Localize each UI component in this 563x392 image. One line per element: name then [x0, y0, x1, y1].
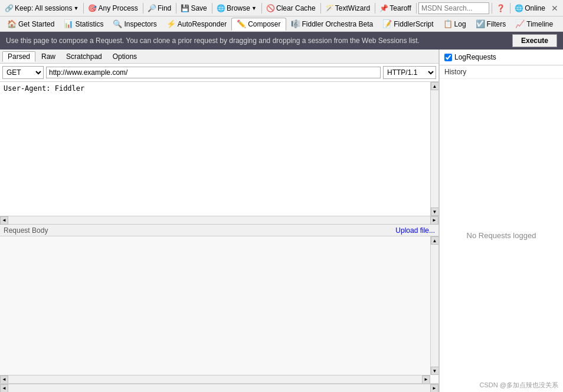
browse-arrow: ▼ [251, 5, 257, 11]
left-panel: Parsed Raw Scratchpad Options GET POST P… [0, 50, 439, 392]
any-process-button[interactable]: 🎯 Any Process [86, 3, 140, 14]
tab-fiddlerscript[interactable]: 📝 FiddlerScript [378, 18, 438, 31]
subtabs-bar: Parsed Raw Scratchpad Options [0, 50, 438, 64]
keep-sessions-dropdown[interactable]: 🔗 Keep: All sessions ▼ [2, 3, 81, 14]
clear-cache-icon: 🚫 [266, 4, 275, 12]
keep-sessions-icon: 🔗 [5, 4, 14, 12]
msdn-search-input[interactable] [418, 2, 489, 14]
tearoff-button[interactable]: 📌 Tearoff [377, 3, 413, 14]
online-label: Online [525, 4, 545, 12]
history-label: History [440, 65, 563, 79]
headers-vscrollbar: ▲ ▼ [430, 82, 438, 216]
textwizard-label: TextWizard [335, 4, 370, 12]
tab-statistics-label: Statistics [75, 20, 103, 28]
tab-inspectors-label: Inspectors [124, 20, 156, 28]
tab-get-started[interactable]: 🏠 Get Started [2, 18, 59, 31]
tab-log[interactable]: 📋 Log [438, 18, 471, 31]
tearoff-label: Tearoff [389, 4, 411, 12]
method-select[interactable]: GET POST PUT DELETE HEAD OPTIONS PATCH [2, 66, 44, 79]
body-scroll-up[interactable]: ▲ [431, 236, 439, 245]
filters-icon: ☑️ [476, 19, 485, 28]
main-scroll-right[interactable]: ► [430, 384, 438, 393]
url-row: GET POST PUT DELETE HEAD OPTIONS PATCH H… [0, 64, 438, 82]
tab-get-started-label: Get Started [18, 20, 54, 28]
textwizard-icon: 🪄 [325, 4, 334, 12]
headers-hscrollbar: ◄ ► [0, 216, 438, 224]
bottom-scrollbar: ◄ ► [0, 384, 438, 392]
body-vscrollbar: ▲ ▼ [430, 236, 438, 375]
body-hscrollbar: ◄ ► [0, 375, 430, 383]
tearoff-icon: 📌 [379, 4, 388, 12]
headers-textarea[interactable]: User-Agent: Fiddler [0, 82, 438, 216]
tab-timeline-label: Timeline [526, 20, 553, 28]
statistics-icon: 📊 [64, 19, 73, 28]
nav-tabs-bar: 🏠 Get Started 📊 Statistics 🔍 Inspectors … [0, 17, 563, 32]
tab-fiddlerscript-label: FiddlerScript [394, 20, 433, 28]
right-panel: LogRequests History No Requests logged [439, 50, 563, 392]
composer-area: Parsed Raw Scratchpad Options GET POST P… [0, 50, 563, 392]
browse-label: Browse [227, 4, 250, 12]
close-button[interactable]: ✕ [549, 4, 561, 13]
subtab-options[interactable]: Options [108, 52, 142, 61]
main-toolbar: 🔗 Keep: All sessions ▼ 🎯 Any Process 🔎 F… [0, 0, 563, 17]
tab-composer-label: Composer [248, 20, 280, 28]
keep-sessions-arrow: ▼ [73, 5, 78, 11]
body-textarea-wrapper: ▲ ▼ ◄ ► [0, 236, 438, 383]
fiddlerscript-icon: 📝 [382, 19, 392, 28]
watermark: CSDN @多加点辣也没关系 [480, 381, 558, 390]
tab-inspectors[interactable]: 🔍 Inspectors [108, 18, 161, 31]
tab-timeline[interactable]: 📈 Timeline [510, 18, 558, 31]
timeline-icon: 📈 [515, 19, 525, 28]
textwizard-button[interactable]: 🪄 TextWizard [323, 3, 372, 14]
help-icon: ❓ [496, 4, 505, 12]
headers-scroll-up[interactable]: ▲ [431, 82, 439, 90]
clear-cache-label: Clear Cache [276, 4, 316, 12]
composer-icon: ✏️ [237, 19, 246, 28]
headers-scroll-down[interactable]: ▼ [431, 207, 439, 216]
execute-button[interactable]: Execute [512, 34, 557, 47]
log-requests-checkbox[interactable] [444, 54, 452, 61]
log-requests-label[interactable]: LogRequests [454, 53, 496, 61]
url-input[interactable] [46, 67, 381, 78]
upload-file-link[interactable]: Upload file... [395, 226, 435, 235]
inspectors-icon: 🔍 [113, 19, 122, 28]
subtab-raw[interactable]: Raw [37, 52, 60, 61]
find-label: Find [158, 4, 171, 12]
browse-button[interactable]: 🌐 Browse ▼ [214, 3, 259, 14]
body-scroll-down[interactable]: ▼ [431, 367, 439, 375]
tab-autoresponder[interactable]: ⚡ AutoResponder [162, 18, 231, 31]
body-textarea[interactable] [0, 236, 430, 375]
save-label: Save [191, 4, 207, 12]
clear-cache-button[interactable]: 🚫 Clear Cache [264, 3, 318, 14]
no-requests-message: No Requests logged [440, 79, 563, 392]
protocol-select[interactable]: HTTP/1.1 HTTP/2 HTTPS/1.1 [383, 66, 436, 79]
main-hscroll-track [8, 384, 430, 393]
tab-fiddler-orchestra-label: Fiddler Orchestra Beta [302, 20, 374, 28]
tab-statistics[interactable]: 📊 Statistics [59, 18, 108, 31]
any-process-icon: 🎯 [88, 4, 97, 12]
tab-autoresponder-label: AutoResponder [178, 20, 227, 28]
online-button[interactable]: 🌐 Online [512, 3, 548, 14]
tab-composer[interactable]: ✏️ Composer [231, 18, 286, 31]
save-button[interactable]: 💾 Save [178, 3, 209, 14]
tab-filters[interactable]: ☑️ Filters [471, 18, 511, 31]
log-requests-row: LogRequests [440, 50, 563, 65]
save-icon: 💾 [181, 4, 189, 12]
subtab-scratchpad[interactable]: Scratchpad [61, 52, 107, 61]
headers-scroll-left[interactable]: ◄ [0, 216, 8, 225]
body-scroll-right[interactable]: ► [422, 375, 430, 384]
help-button[interactable]: ❓ [494, 3, 508, 14]
tab-fiddler-orchestra[interactable]: 🎼 Fiddler Orchestra Beta [286, 18, 378, 31]
find-button[interactable]: 🔎 Find [145, 3, 174, 14]
body-scroll-left[interactable]: ◄ [0, 375, 8, 384]
main-scroll-left[interactable]: ◄ [0, 384, 8, 393]
headers-scroll-right[interactable]: ► [430, 216, 438, 225]
info-message: Use this page to compose a Request. You … [6, 37, 420, 45]
any-process-label: Any Process [98, 4, 138, 12]
log-icon: 📋 [443, 19, 453, 28]
autoresponder-icon: ⚡ [166, 19, 176, 28]
subtab-parsed[interactable]: Parsed [2, 51, 35, 62]
body-header: Request Body Upload file... [0, 225, 438, 236]
online-icon: 🌐 [515, 4, 523, 12]
info-bar: Use this page to compose a Request. You … [0, 32, 563, 50]
